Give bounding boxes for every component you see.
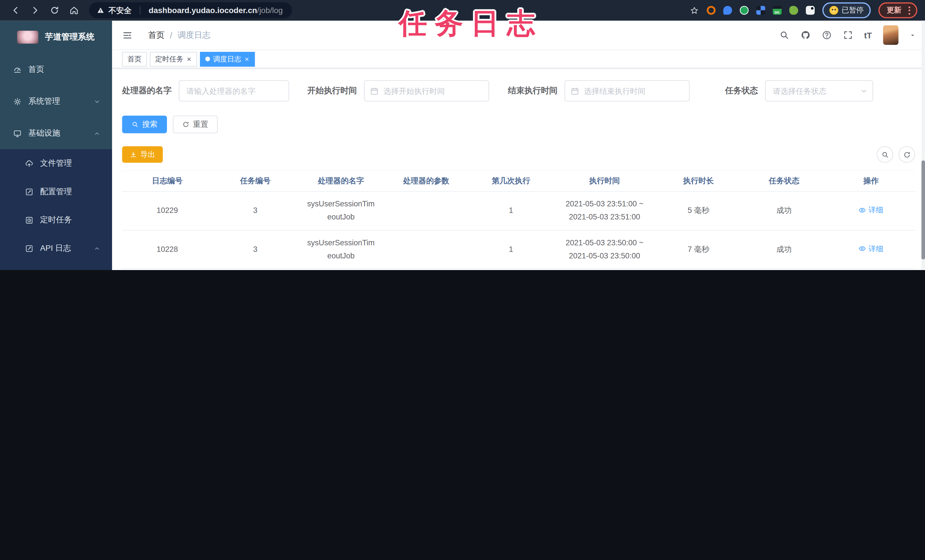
github-icon[interactable]: [800, 30, 811, 40]
form-actions: 搜索 重置: [122, 116, 915, 133]
cell-duration: 7 毫秒: [656, 243, 741, 256]
update-button[interactable]: 更新: [878, 2, 917, 18]
address-divider: [140, 6, 140, 15]
sidebar-item-config-management[interactable]: 配置管理: [0, 178, 112, 206]
filter-handler-name: 处理器的名字: [122, 80, 289, 101]
sidebar-item-file-management[interactable]: 文件管理: [0, 149, 112, 178]
sidebar-item-label: 系统管理: [29, 96, 60, 107]
white-puzzle-extension-icon[interactable]: [806, 6, 814, 15]
begin-time-input[interactable]: [364, 80, 489, 101]
forward-icon[interactable]: [30, 5, 40, 15]
column-header: 日志编号: [122, 176, 212, 186]
detail-link[interactable]: 详细: [859, 203, 883, 217]
cell-status: 成功: [741, 204, 827, 217]
url-host: dashboard.yudao.iocoder.cn: [149, 6, 257, 15]
scrollbar-track[interactable]: [922, 21, 925, 270]
toggle-search-button[interactable]: [877, 146, 893, 163]
cell-task-id: 3: [212, 204, 298, 217]
sidebar-item-home[interactable]: 首页: [0, 54, 112, 86]
sidebar-item-label: 首页: [29, 64, 44, 75]
address-bar[interactable]: 不安全 dashboard.yudao.iocoder.cn/job/log: [89, 2, 292, 18]
tags-bar: 首页定时任务调度日志: [112, 50, 925, 68]
chevron-up-icon: [94, 130, 100, 137]
sidebar-menu: 首页系统管理基础设施文件管理配置管理定时任务API 日志访问日志错误日志MySQ…: [0, 54, 112, 270]
cell-log-id: 10228: [122, 243, 212, 256]
url-text[interactable]: dashboard.yudao.iocoder.cn/job/log: [149, 6, 283, 15]
reload-icon[interactable]: [50, 5, 59, 15]
avatar-caret-down-icon[interactable]: [910, 32, 916, 38]
handler-name-input[interactable]: [179, 80, 289, 101]
paused-extension-badge[interactable]: 已暂停: [822, 2, 871, 18]
home-icon[interactable]: [69, 5, 79, 15]
header-search-icon[interactable]: [779, 30, 789, 40]
chevron-up-icon: [94, 245, 100, 251]
app-shell: 芋道管理系统 首页系统管理基础设施文件管理配置管理定时任务API 日志访问日志错…: [0, 21, 925, 270]
brand-header[interactable]: 芋道管理系统: [0, 21, 112, 54]
breadcrumb: 首页 / 调度日志: [148, 30, 211, 41]
gear-icon: [13, 97, 22, 106]
export-button-label: 导出: [140, 149, 155, 160]
tab-label: 首页: [127, 54, 142, 64]
sidebar-item-infrastructure[interactable]: 基础设施: [0, 117, 112, 149]
filter-label: 任务状态: [725, 86, 758, 96]
help-icon[interactable]: [821, 30, 832, 40]
refresh-table-button[interactable]: [899, 146, 915, 163]
breadcrumb-home[interactable]: 首页: [148, 30, 165, 41]
orange-ring-extension-icon[interactable]: [707, 6, 715, 15]
extension-icons: on: [707, 6, 814, 15]
green-blob-extension-icon[interactable]: [789, 6, 798, 15]
browser-window: 不安全 dashboard.yudao.iocoder.cn/job/log o…: [0, 0, 925, 270]
sidebar-item-label: 定时任务: [40, 215, 72, 225]
top-navbar: 首页 / 调度日志 tT: [112, 21, 925, 50]
paused-label: 已暂停: [841, 5, 863, 15]
gauge-icon: [13, 65, 22, 74]
search-icon: [881, 151, 889, 158]
tab-scheduled-tasks[interactable]: 定时任务: [150, 52, 197, 66]
table-header-row: 日志编号任务编号处理器的名字处理器的参数第几次执行执行时间执行时长任务状态操作: [122, 170, 915, 192]
column-header: 处理器的参数: [384, 176, 469, 186]
hamburger-icon[interactable]: [122, 30, 133, 41]
detail-link[interactable]: 详细: [859, 242, 883, 255]
filter-end-time: 结束执行时间: [508, 80, 690, 101]
tab-home[interactable]: 首页: [122, 52, 147, 66]
back-icon[interactable]: [11, 5, 21, 15]
edit-icon: [25, 244, 33, 253]
breadcrumb-current: 调度日志: [178, 30, 211, 41]
bookmark-star-icon[interactable]: [689, 6, 699, 15]
browser-toolbar: 不安全 dashboard.yudao.iocoder.cn/job/log o…: [0, 0, 925, 21]
cell-execute-index: 1: [469, 243, 553, 256]
sidebar-item-system-management[interactable]: 系统管理: [0, 86, 112, 117]
eye-icon: [859, 245, 866, 253]
end-time-input[interactable]: [565, 80, 690, 101]
clock-icon: [25, 215, 33, 224]
column-header: 操作: [827, 176, 915, 186]
on-badge-extension-icon[interactable]: on: [773, 6, 781, 15]
update-label: 更新: [887, 5, 901, 15]
download-icon: [130, 151, 137, 158]
blue-pin-extension-icon[interactable]: [723, 6, 732, 15]
not-secure-warning-icon[interactable]: [97, 6, 104, 14]
fullscreen-icon[interactable]: [843, 30, 853, 40]
green-circle-y-extension-icon[interactable]: [740, 6, 749, 15]
search-button[interactable]: 搜索: [122, 116, 167, 133]
cell-task-id: 3: [212, 243, 298, 256]
font-size-icon[interactable]: tT: [864, 30, 872, 40]
scrollbar-thumb[interactable]: [922, 160, 925, 259]
cloud-icon: [25, 159, 33, 168]
close-icon[interactable]: [244, 56, 250, 62]
export-button[interactable]: 导出: [122, 146, 163, 163]
browser-menu-kebab-icon[interactable]: [905, 6, 914, 15]
grid-extension-icon[interactable]: [756, 6, 765, 15]
close-icon[interactable]: [187, 56, 192, 62]
cell-handler-name: sysUserSessionTimeoutJob: [298, 236, 384, 262]
sidebar-item-access-log[interactable]: 访问日志: [0, 262, 112, 270]
column-header: 执行时间: [553, 176, 656, 186]
avatar[interactable]: [883, 25, 899, 45]
breadcrumb-separator: /: [170, 30, 172, 40]
sidebar-item-scheduled-tasks[interactable]: 定时任务: [0, 206, 112, 234]
sidebar-item-api-log[interactable]: API 日志: [0, 234, 112, 263]
security-label[interactable]: 不安全: [108, 5, 132, 16]
status-select[interactable]: [765, 80, 873, 101]
tab-job-log[interactable]: 调度日志: [200, 52, 255, 66]
reset-button[interactable]: 重置: [173, 116, 218, 133]
